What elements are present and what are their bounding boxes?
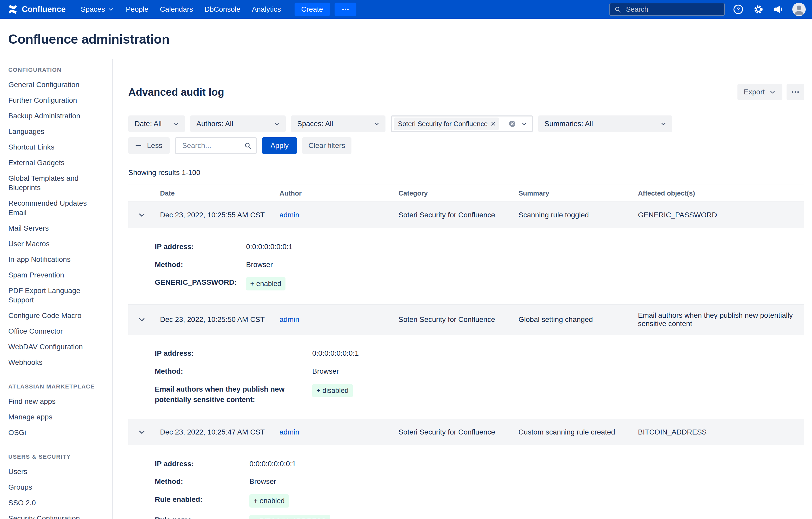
sidebar-item-webdav-configuration[interactable]: WebDAV Configuration: [8, 339, 104, 355]
sidebar-item-configure-code-macro[interactable]: Configure Code Macro: [8, 308, 104, 324]
authors-filter-select[interactable]: Authors: All: [190, 115, 286, 132]
sidebar-item-external-gadgets[interactable]: External Gadgets: [8, 155, 104, 170]
chevron-down-icon: [138, 428, 146, 436]
sidebar-item-in-app-notifications[interactable]: In-app Notifications: [8, 252, 104, 267]
svg-text:?: ?: [736, 6, 740, 13]
audit-row-2-header[interactable]: Dec 23, 2022, 10:25:50 AM CST admin Sote…: [128, 304, 804, 335]
sidebar-item-osgi[interactable]: OSGi: [8, 425, 104, 440]
help-button[interactable]: ?: [731, 3, 745, 16]
audit-row-2: Dec 23, 2022, 10:25:50 AM CST admin Sote…: [128, 304, 804, 419]
admin-settings-button[interactable]: [752, 3, 765, 16]
nav-item-calendars[interactable]: Calendars: [154, 0, 199, 19]
question-circle-icon: ?: [733, 4, 744, 15]
sidebar-item-shortcut-links[interactable]: Shortcut Links: [8, 139, 104, 155]
primary-nav: Spaces People Calendars DbConsole Analyt…: [75, 0, 287, 19]
detail-label-method: Method:: [155, 366, 303, 377]
audit-row-1-author-link[interactable]: admin: [280, 211, 299, 219]
chevron-down-icon: [138, 211, 146, 219]
category-filter-chip: Soteri Security for Confluence: [394, 117, 499, 130]
audit-row-1-date: Dec 23, 2022, 10:25:55 AM CST: [160, 211, 280, 219]
confluence-home-link[interactable]: Confluence: [0, 4, 75, 15]
summaries-filter-value: Summaries: All: [545, 119, 593, 128]
top-navbar: Confluence Spaces People Calendars DbCon…: [0, 0, 812, 19]
sidebar-item-recommended-updates-email[interactable]: Recommended Updates Email: [8, 195, 104, 220]
column-header-summary: Summary: [519, 189, 638, 197]
collapse-row-3-button[interactable]: [137, 427, 147, 437]
date-filter-select[interactable]: Date: All: [128, 115, 185, 132]
sidebar-item-spam-prevention[interactable]: Spam Prevention: [8, 267, 104, 283]
create-button[interactable]: Create: [295, 3, 330, 16]
column-header-date: Date: [160, 189, 280, 197]
search-icon: [244, 142, 252, 149]
collapse-row-2-button[interactable]: [137, 315, 147, 325]
table-header-row: Date Author Category Summary Affected ob…: [128, 185, 804, 202]
nav-more-button[interactable]: [335, 3, 356, 16]
sidebar-heading-marketplace: ATLASSIAN MARKETPLACE: [8, 383, 104, 390]
main-content: Advanced audit log Export Date: All: [113, 59, 812, 519]
audit-row-1-header[interactable]: Dec 23, 2022, 10:25:55 AM CST admin Sote…: [128, 202, 804, 228]
detail-label-generic-password: GENERIC_PASSWORD:: [155, 277, 237, 288]
spaces-filter-select[interactable]: Spaces: All: [291, 115, 385, 132]
global-search-input[interactable]: [625, 5, 720, 14]
collapse-row-1-button[interactable]: [137, 210, 147, 220]
sidebar-item-backup-administration[interactable]: Backup Administration: [8, 108, 104, 124]
export-button[interactable]: Export: [737, 84, 782, 100]
chevron-down-icon: [660, 120, 667, 128]
apply-filters-button[interactable]: Apply: [262, 137, 297, 154]
chevron-down-icon: [138, 316, 146, 324]
column-header-expand: [128, 189, 160, 197]
category-filter-chip-label: Soteri Security for Confluence: [398, 120, 488, 128]
clear-filters-button[interactable]: Clear filters: [302, 137, 351, 154]
sidebar-item-mail-servers[interactable]: Mail Servers: [8, 220, 104, 236]
sidebar-item-global-templates-and-blueprints[interactable]: Global Templates and Blueprints: [8, 170, 104, 195]
admin-sidebar: CONFIGURATION General Configuration Furt…: [0, 59, 113, 519]
detail-value-method: Browser: [312, 366, 804, 377]
sidebar-item-manage-apps[interactable]: Manage apps: [8, 409, 104, 425]
clear-category-filter-button[interactable]: [508, 119, 516, 128]
global-search[interactable]: [609, 3, 725, 16]
sidebar-item-find-new-apps[interactable]: Find new apps: [8, 394, 104, 409]
sidebar-item-security-configuration[interactable]: Security Configuration: [8, 511, 104, 519]
nav-item-spaces[interactable]: Spaces: [75, 0, 120, 19]
content-header: Advanced audit log Export: [128, 84, 804, 100]
categories-filter-select[interactable]: Soteri Security for Confluence: [391, 115, 533, 132]
detail-value-method: Browser: [246, 260, 804, 270]
audit-row-2-category: Soteri Security for Confluence: [399, 316, 519, 324]
sidebar-item-general-configuration[interactable]: General Configuration: [8, 77, 104, 92]
detail-label-ip-address: IP address:: [155, 242, 237, 252]
remove-category-chip-button[interactable]: [490, 121, 496, 127]
sidebar-heading-configuration: CONFIGURATION: [8, 66, 104, 73]
column-header-category: Category: [399, 189, 519, 197]
user-avatar[interactable]: [792, 3, 806, 16]
sidebar-item-office-connector[interactable]: Office Connector: [8, 324, 104, 339]
filter-search-field[interactable]: [175, 137, 257, 154]
audit-row-3-details: IP address: 0:0:0:0:0:0:0:1 Method: Brow…: [128, 445, 804, 519]
summaries-filter-select[interactable]: Summaries: All: [538, 115, 672, 132]
sidebar-item-groups[interactable]: Groups: [8, 480, 104, 495]
audit-row-3-author-link[interactable]: admin: [280, 428, 299, 436]
sidebar-item-further-configuration[interactable]: Further Configuration: [8, 92, 104, 108]
less-filters-button[interactable]: Less: [128, 137, 170, 154]
audit-row-2-affected: Email authors when they publish new pote…: [638, 311, 804, 328]
detail-value-ip-address: 0:0:0:0:0:0:0:1: [250, 459, 804, 469]
sidebar-item-languages[interactable]: Languages: [8, 124, 104, 139]
more-actions-button[interactable]: [787, 84, 804, 100]
announcements-button[interactable]: [772, 3, 785, 16]
audit-row-2-date: Dec 23, 2022, 10:25:50 AM CST: [160, 316, 280, 324]
audit-row-2-details: IP address: 0:0:0:0:0:0:0:1 Method: Brow…: [128, 335, 804, 418]
sidebar-item-pdf-export-language-support[interactable]: PDF Export Language Support: [8, 283, 104, 308]
audit-row-3-header[interactable]: Dec 23, 2022, 10:25:47 AM CST admin Sote…: [128, 419, 804, 445]
nav-item-analytics[interactable]: Analytics: [246, 0, 287, 19]
ellipsis-icon: [791, 87, 800, 97]
gear-icon: [753, 4, 764, 15]
sidebar-item-webhooks[interactable]: Webhooks: [8, 355, 104, 370]
nav-item-people[interactable]: People: [120, 0, 154, 19]
audit-row-2-author-link[interactable]: admin: [280, 316, 299, 324]
filter-search-input[interactable]: [181, 141, 241, 150]
minus-icon: [135, 142, 142, 149]
nav-item-dbconsole[interactable]: DbConsole: [199, 0, 246, 19]
sidebar-item-users[interactable]: Users: [8, 464, 104, 480]
sidebar-item-user-macros[interactable]: User Macros: [8, 236, 104, 252]
sidebar-item-sso-2-0[interactable]: SSO 2.0: [8, 495, 104, 511]
avatar-icon: [792, 3, 806, 16]
